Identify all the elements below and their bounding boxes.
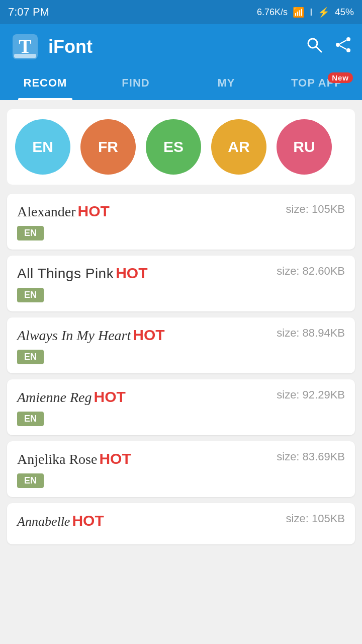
tab-my-label: MY	[218, 76, 235, 89]
lang-en-label: EN	[32, 138, 53, 155]
lang-tag: EN	[17, 473, 44, 488]
svg-rect-2	[14, 54, 36, 58]
svg-point-5	[346, 37, 350, 41]
lang-es-label: ES	[163, 138, 184, 155]
tab-my[interactable]: MY	[181, 69, 272, 99]
tab-topapp[interactable]: TOP APP New	[272, 69, 362, 99]
font-item-alexander[interactable]: Alexander HOT size: 105KB EN	[7, 194, 355, 250]
svg-line-8	[340, 40, 346, 44]
hot-badge: HOT	[78, 203, 110, 220]
font-name: Amienne Reg	[17, 389, 92, 406]
svg-line-9	[340, 46, 346, 49]
font-name-wrap: Always In My Heart HOT	[17, 327, 165, 344]
lang-ru-label: RU	[293, 138, 315, 155]
status-time: 7:07 PM	[8, 6, 49, 19]
battery-level: 45%	[335, 7, 354, 18]
hot-badge: HOT	[133, 327, 164, 344]
lang-tag: EN	[17, 350, 44, 364]
font-item-allthingspink[interactable]: All Things Pink HOT size: 82.60KB EN	[7, 256, 355, 311]
font-item-alwaysinmyheart[interactable]: Always In My Heart HOT size: 88.94KB EN	[7, 317, 355, 373]
app-logo: T	[10, 32, 40, 62]
font-item-top: Always In My Heart HOT size: 88.94KB	[17, 327, 345, 344]
lang-ar[interactable]: AR	[211, 119, 266, 175]
font-size: size: 92.29KB	[277, 388, 345, 401]
font-size: size: 88.94KB	[277, 327, 345, 340]
new-badge: New	[328, 72, 353, 83]
status-right: 6.76K/s 📶 Ⅰ ⚡ 45%	[257, 7, 354, 18]
font-size: size: 105KB	[286, 512, 345, 525]
svg-point-6	[346, 48, 350, 52]
app-header: T iFont	[0, 24, 362, 69]
tab-bar: RECOM FIND MY TOP APP New	[0, 69, 362, 100]
hot-badge: HOT	[99, 450, 131, 467]
font-name-wrap: All Things Pink HOT	[17, 265, 148, 282]
search-icon[interactable]	[306, 36, 323, 57]
font-name-wrap: Amienne Reg HOT	[17, 388, 126, 406]
signal-icon: Ⅰ	[310, 7, 313, 18]
battery-icon: ⚡	[318, 7, 330, 18]
font-item-top: Alexander HOT size: 105KB	[17, 203, 345, 220]
svg-line-4	[316, 47, 321, 52]
lang-fr-label: FR	[98, 138, 118, 155]
lang-en[interactable]: EN	[15, 119, 70, 175]
lang-tag: EN	[17, 288, 44, 302]
font-item-top: Amienne Reg HOT size: 92.29KB	[17, 388, 345, 406]
lang-es[interactable]: ES	[146, 119, 201, 175]
font-name-wrap: Annabelle HOT	[17, 512, 104, 529]
font-item-top: All Things Pink HOT size: 82.60KB	[17, 265, 345, 282]
lang-tag: EN	[17, 226, 44, 240]
svg-text:T: T	[19, 36, 31, 57]
lang-ru[interactable]: RU	[277, 119, 332, 175]
app-title: iFont	[48, 36, 306, 57]
network-speed: 6.76K/s	[257, 7, 288, 18]
status-bar: 7:07 PM 6.76K/s 📶 Ⅰ ⚡ 45%	[0, 0, 362, 24]
font-item-annabelle[interactable]: Annabelle HOT size: 105KB	[7, 503, 355, 544]
tab-find-label: FIND	[122, 76, 149, 89]
hot-badge: HOT	[72, 512, 104, 529]
wifi-icon: 📶	[293, 7, 305, 18]
font-name-wrap: Alexander HOT	[17, 203, 110, 220]
tab-recom[interactable]: RECOM	[0, 69, 90, 99]
font-size: size: 83.69KB	[277, 450, 345, 463]
font-list: Alexander HOT size: 105KB EN All Things …	[0, 194, 362, 544]
font-name: All Things Pink	[17, 266, 114, 282]
tab-find[interactable]: FIND	[90, 69, 181, 99]
tab-recom-label: RECOM	[24, 76, 67, 89]
font-name: Annabelle	[17, 514, 70, 529]
lang-tag: EN	[17, 412, 44, 426]
font-item-top: Annabelle HOT size: 105KB	[17, 512, 345, 529]
font-item-anjelikarose[interactable]: Anjelika Rose HOT size: 83.69KB EN	[7, 441, 355, 497]
font-name-wrap: Anjelika Rose HOT	[17, 450, 131, 467]
font-item-amienne[interactable]: Amienne Reg HOT size: 92.29KB EN	[7, 379, 355, 435]
hot-badge: HOT	[116, 265, 147, 282]
svg-point-7	[336, 43, 340, 47]
font-item-top: Anjelika Rose HOT size: 83.69KB	[17, 450, 345, 467]
header-actions	[306, 36, 352, 57]
hot-badge: HOT	[94, 388, 126, 406]
font-size: size: 105KB	[286, 203, 345, 216]
font-size: size: 82.60KB	[277, 265, 345, 278]
lang-fr[interactable]: FR	[80, 119, 136, 175]
font-name: Anjelika Rose	[17, 451, 97, 467]
font-name: Alexander	[17, 204, 76, 220]
share-icon[interactable]	[335, 36, 352, 57]
font-name: Always In My Heart	[17, 328, 131, 344]
language-section: EN FR ES AR RU	[7, 109, 355, 185]
lang-ar-label: AR	[228, 138, 249, 155]
